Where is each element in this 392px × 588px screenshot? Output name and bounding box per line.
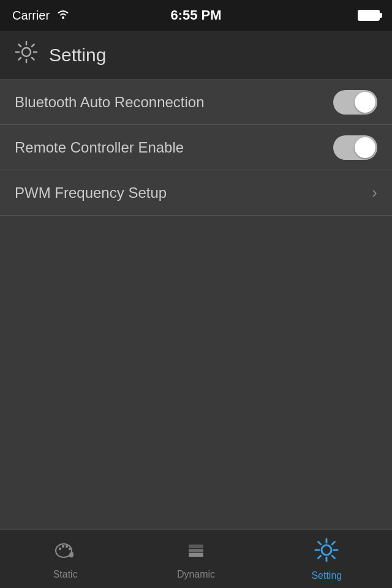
tab-setting[interactable]: Setting xyxy=(262,530,392,588)
bluetooth-reconnection-item[interactable]: Bluetooth Auto Reconnection xyxy=(0,80,392,125)
svg-point-1 xyxy=(22,48,31,56)
svg-line-6 xyxy=(19,45,21,47)
svg-point-13 xyxy=(65,545,67,547)
status-bar-right xyxy=(358,10,380,21)
svg-point-18 xyxy=(322,545,331,555)
content-area xyxy=(0,216,392,529)
bluetooth-reconnection-knob xyxy=(355,92,375,113)
dynamic-tab-icon xyxy=(184,538,208,565)
pwm-frequency-label: PWM Frequency Setup xyxy=(15,184,167,202)
svg-line-24 xyxy=(333,556,335,558)
tab-dynamic[interactable]: Dynamic xyxy=(130,530,261,588)
svg-rect-17 xyxy=(189,553,203,557)
battery-icon xyxy=(358,10,380,21)
setting-tab-icon xyxy=(314,537,339,567)
svg-line-8 xyxy=(32,45,34,47)
pwm-frequency-item[interactable]: PWM Frequency Setup › xyxy=(0,170,392,216)
static-tab-icon xyxy=(54,538,77,565)
setting-tab-label: Setting xyxy=(311,570,342,581)
svg-point-0 xyxy=(62,17,64,19)
wifi-icon xyxy=(56,9,70,23)
status-bar-time: 6:55 PM xyxy=(170,7,221,23)
bluetooth-reconnection-toggle[interactable] xyxy=(333,90,377,115)
static-tab-label: Static xyxy=(53,569,78,580)
carrier-label: Carrier xyxy=(12,9,50,23)
pwm-frequency-chevron: › xyxy=(372,183,377,202)
remote-controller-item[interactable]: Remote Controller Enable xyxy=(0,125,392,170)
remote-controller-label: Remote Controller Enable xyxy=(15,139,184,156)
svg-point-14 xyxy=(68,547,70,549)
svg-rect-15 xyxy=(189,545,203,548)
tab-bar: Static Dynamic xyxy=(0,529,392,588)
remote-controller-toggle[interactable] xyxy=(333,135,377,160)
dynamic-tab-label: Dynamic xyxy=(177,569,215,580)
svg-rect-16 xyxy=(189,549,203,552)
tab-static[interactable]: Static xyxy=(0,530,130,588)
nav-gear-icon xyxy=(15,40,38,69)
svg-line-26 xyxy=(318,556,321,558)
svg-line-7 xyxy=(32,58,34,60)
svg-line-23 xyxy=(318,541,321,544)
svg-line-9 xyxy=(19,58,21,60)
status-bar: Carrier 6:55 PM xyxy=(0,0,392,31)
svg-point-11 xyxy=(58,547,61,549)
status-bar-left: Carrier xyxy=(12,9,70,23)
svg-point-12 xyxy=(61,545,64,547)
settings-list: Bluetooth Auto Reconnection Remote Contr… xyxy=(0,80,392,216)
svg-line-25 xyxy=(333,541,335,544)
navigation-bar: Setting xyxy=(0,31,392,80)
remote-controller-knob xyxy=(355,137,375,158)
bluetooth-reconnection-label: Bluetooth Auto Reconnection xyxy=(15,94,205,111)
nav-title: Setting xyxy=(49,45,106,66)
